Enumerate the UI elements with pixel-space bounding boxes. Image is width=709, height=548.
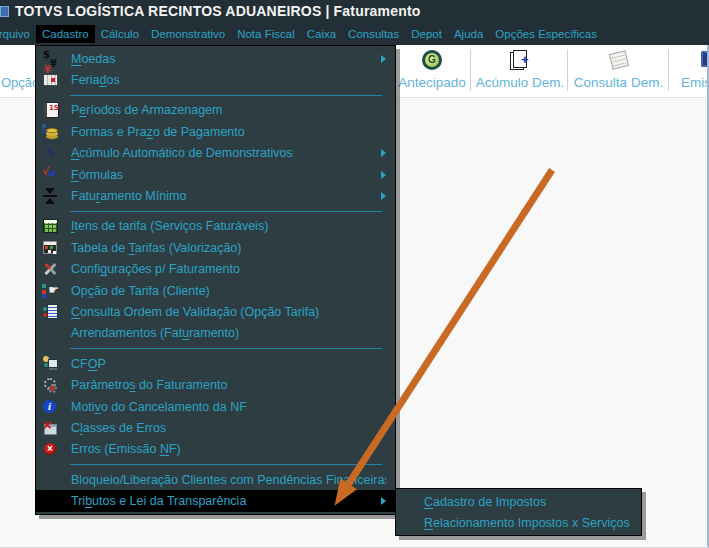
info-icon	[42, 399, 59, 415]
pointing-hand-icon	[42, 283, 59, 299]
menu-item-label: Acúmulo Automático de Demonstrativos	[71, 146, 381, 160]
menu-item-faturamento-minimo[interactable]: Faturamento Mínimo	[36, 185, 395, 206]
toolbar-separator	[668, 49, 669, 91]
menu-item-feriados[interactable]: Feriados	[36, 69, 395, 90]
user-computer-icon	[42, 356, 59, 372]
formula-icon	[42, 167, 59, 183]
tributos-submenu: Cadastro de ImpostosRelacionamento Impos…	[395, 488, 642, 536]
menu-item-label: Moedas	[71, 52, 381, 66]
tools-icon	[42, 261, 59, 277]
menu-item-acumulo-automatico-de-demonstrativos[interactable]: Acúmulo Automático de Demonstrativos	[36, 143, 395, 164]
menu-item-periodos-de-armazenagem[interactable]: Períodos de Armazenagem	[36, 100, 395, 121]
toolbar-button-opcao[interactable]: Opção	[1, 75, 39, 90]
menu-item-cadastro-de-impostos[interactable]: Cadastro de Impostos	[396, 491, 641, 512]
toolbar-separator	[567, 49, 568, 91]
menu-item-label: Motivo do Cancelamento da NF	[71, 400, 386, 414]
menubar-item-caixa[interactable]: Caixa	[301, 25, 342, 43]
submenu-arrow-icon	[381, 55, 386, 63]
toolbar-button-label: Emissão	[681, 75, 709, 90]
menu-item-label: Períodos de Armazenagem	[71, 103, 386, 117]
menu-separator	[70, 211, 382, 212]
submenu-arrow-icon	[381, 171, 386, 179]
menu-item-label: Cadastro de Impostos	[424, 495, 546, 509]
letter-a-icon	[42, 145, 59, 161]
menu-item-classes-de-erros[interactable]: Classes de Erros	[36, 417, 395, 438]
calendar-icon	[42, 72, 59, 88]
notes-icon	[570, 49, 667, 74]
menubar-item-depot[interactable]: Depot	[405, 25, 448, 43]
menu-item-label: Feriados	[71, 73, 386, 87]
menu-item-label: CFOP	[71, 357, 386, 371]
menu-item-label: Tributos e Lei da Transparência	[71, 494, 381, 508]
menu-separator	[70, 464, 382, 465]
menu-item-label: Tabela de Tarifas (Valorização)	[71, 241, 386, 255]
menu-separator	[70, 95, 382, 96]
menu-item-cfop[interactable]: CFOP	[36, 353, 395, 374]
menubar-item-opcoes-especificas[interactable]: Opções Específicas	[489, 25, 603, 43]
menu-item-relacionamento-impostos-x-servicos[interactable]: Relacionamento Impostos x Serviços	[396, 512, 641, 533]
menu-item-label: Bloqueio/Liberação Clientes com Pendênci…	[71, 473, 386, 487]
error-class-icon	[42, 420, 59, 436]
toolbar-button-consulta-dem[interactable]: Consulta Dem.	[570, 49, 667, 90]
menu-item-formulas[interactable]: Fórmulas	[36, 164, 395, 185]
icon-placeholder	[42, 472, 59, 488]
menu-item-consulta-ordem-de-validacao-opcao-tarifa[interactable]: Consulta Ordem de Validação (Opção Tarif…	[36, 301, 395, 322]
emission-icon	[672, 49, 709, 74]
toolbar-button-emissao[interactable]: Emissão	[672, 49, 709, 90]
menu-item-tributos-e-lei-da-transparencia[interactable]: Tributos e Lei da Transparência	[36, 490, 395, 511]
window-title: TOTVS LOGÍSTICA RECINTOS ADUANEIROS|Fatu…	[15, 3, 421, 19]
menu-item-configuracoes-p-faturamento[interactable]: Configurações p/ Faturamento	[36, 259, 395, 280]
menu-item-bloqueio-liberacao-clientes-com-pendencias-financeiras[interactable]: Bloqueio/Liberação Clientes com Pendênci…	[36, 469, 395, 490]
toolbar-button-label: Antecipado	[398, 75, 466, 90]
menu-separator	[70, 348, 382, 349]
icon-placeholder	[42, 493, 59, 509]
menubar-item-nota-fiscal[interactable]: Nota Fiscal	[231, 25, 301, 43]
submenu-arrow-icon	[381, 192, 386, 200]
toolbar-button-label: Acúmulo Dem.	[476, 75, 565, 90]
app-icon	[0, 6, 9, 17]
calendar-period-icon	[42, 102, 59, 118]
menubar-item-cadastro[interactable]: Cadastro	[36, 25, 95, 43]
menubar-item-consultas[interactable]: Consultas	[342, 25, 405, 43]
menu-item-motivo-do-cancelamento-da-nf[interactable]: Motivo do Cancelamento da NF	[36, 396, 395, 417]
menu-item-label: Configurações p/ Faturamento	[71, 262, 386, 276]
menu-item-label: Itens de tarifa (Serviços Faturáveis)	[71, 219, 386, 233]
menu-item-label: Arrendamentos (Faturamento)	[71, 326, 386, 340]
menu-item-label: Parâmetros do Faturamento	[71, 378, 386, 392]
gears-icon	[42, 377, 59, 393]
menu-item-label: Consulta Ordem de Validação (Opção Tarif…	[71, 305, 386, 319]
menu-item-label: Opção de Tarifa (Cliente)	[71, 284, 386, 298]
menu-item-parametros-do-faturamento[interactable]: Parâmetros do Faturamento	[36, 374, 395, 395]
menu-item-itens-de-tarifa-servicos-faturaveis[interactable]: Itens de tarifa (Serviços Faturáveis)	[36, 216, 395, 237]
submenu-arrow-icon	[381, 149, 386, 157]
icon-placeholder	[42, 325, 59, 341]
antecipado-icon	[396, 49, 468, 74]
app-window: { "window": { "title_main": "TOTVS LOGÍS…	[0, 0, 709, 548]
menu-item-arrendamentos-faturamento[interactable]: Arrendamentos (Faturamento)	[36, 323, 395, 344]
menu-item-moedas[interactable]: Moedas	[36, 48, 395, 69]
toolbar-button-antecipado[interactable]: Antecipado	[396, 49, 468, 90]
menubar-item-ajuda[interactable]: Ajuda	[448, 25, 489, 43]
coins-icon	[42, 124, 59, 140]
menu-item-label: Erros (Emissão NF)	[71, 442, 386, 456]
document-plus-icon	[474, 49, 566, 74]
title-bar: TOTVS LOGÍSTICA RECINTOS ADUANEIROS|Fatu…	[0, 0, 709, 22]
menu-item-label: Faturamento Mínimo	[71, 189, 381, 203]
menu-item-tabela-de-tarifas-valorizacao[interactable]: Tabela de Tarifas (Valorização)	[36, 237, 395, 258]
error-circle-icon	[42, 441, 59, 457]
toolbar-separator	[470, 49, 471, 91]
menu-item-erros-emissao-nf[interactable]: Erros (Emissão NF)	[36, 439, 395, 460]
menubar-item-calculo[interactable]: Cálculo	[95, 25, 145, 43]
menu-item-opcao-de-tarifa-cliente[interactable]: Opção de Tarifa (Cliente)	[36, 280, 395, 301]
toolbar-button-acumulo-dem[interactable]: Acúmulo Dem.	[474, 49, 566, 90]
menubar-item-arquivo[interactable]: Arquivo	[0, 25, 36, 43]
toolbar-button-label: Consulta Dem.	[574, 75, 663, 90]
menu-item-label: Formas e Prazo de Pagamento	[71, 125, 386, 139]
menu-item-label: Classes de Erros	[71, 421, 386, 435]
tariff-table-icon	[42, 240, 59, 256]
submenu-arrow-icon	[381, 497, 386, 505]
menubar-item-demonstrativo[interactable]: Demonstrativo	[145, 25, 231, 43]
menu-item-formas-e-prazo-de-pagamento[interactable]: Formas e Prazo de Pagamento	[36, 121, 395, 142]
menubar: ArquivoCadastroCálculoDemonstrativoNota …	[0, 22, 709, 45]
document-search-icon	[42, 304, 59, 320]
